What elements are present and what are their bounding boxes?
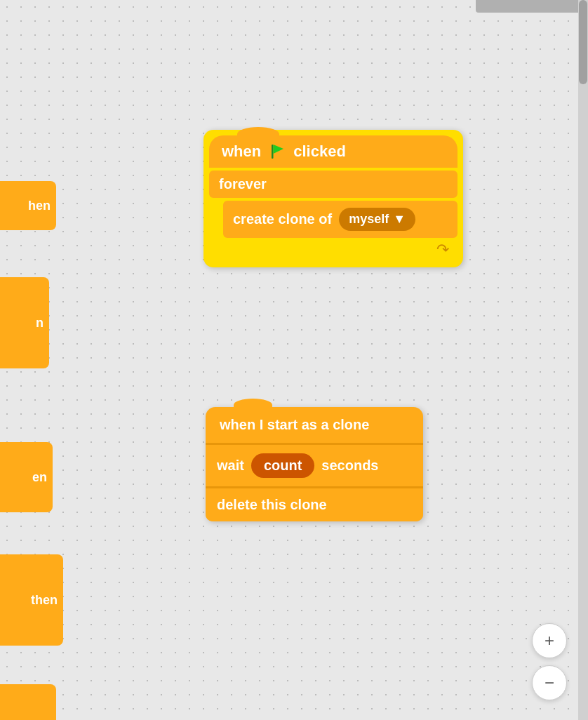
dropdown-arrow-icon: ▼ <box>393 212 406 227</box>
forever-label: forever <box>219 176 267 192</box>
left-partial-block-1: hen <box>0 181 56 230</box>
forever-container: when clicked forever create clone of mys… <box>203 130 463 267</box>
block-group-clone: when I start as a clone wait count secon… <box>206 407 423 521</box>
count-label: count <box>264 458 302 473</box>
clicked-label: clicked <box>293 142 346 161</box>
left-partial-block-2: n <box>0 277 49 368</box>
wait-seconds-block[interactable]: wait count seconds <box>206 443 423 486</box>
zoom-in-icon: + <box>544 631 554 651</box>
left-block-label-1: hen <box>28 199 51 213</box>
svg-rect-0 <box>272 145 274 159</box>
wait-label: wait <box>217 458 244 474</box>
create-clone-block[interactable]: create clone of myself ▼ <box>223 201 457 238</box>
scrollbar-thumb[interactable] <box>579 0 587 84</box>
scrollbar[interactable] <box>578 0 588 720</box>
left-partial-block-5 <box>0 684 56 720</box>
when-clone-block[interactable]: when I start as a clone <box>206 407 423 443</box>
clone-container: when I start as a clone wait count secon… <box>206 407 423 521</box>
myself-dropdown[interactable]: myself ▼ <box>339 208 415 231</box>
left-block-label-3: en <box>32 470 47 485</box>
svg-marker-1 <box>274 145 284 154</box>
count-badge[interactable]: count <box>251 453 314 478</box>
delete-clone-label: delete this clone <box>217 497 327 512</box>
delete-clone-block[interactable]: delete this clone <box>206 486 423 521</box>
refresh-arrow: ↷ <box>209 241 457 259</box>
refresh-symbol: ↷ <box>436 241 449 258</box>
zoom-in-button[interactable]: + <box>532 623 567 658</box>
top-bar <box>476 0 588 13</box>
left-partial-block-3: en <box>0 442 53 512</box>
left-block-label-2: n <box>36 316 44 331</box>
left-partial-block-4: then <box>0 554 63 646</box>
forever-block[interactable]: forever <box>209 171 457 198</box>
myself-label: myself <box>349 212 389 227</box>
when-flag-clicked-block[interactable]: when clicked <box>209 135 457 168</box>
when-clone-label: when I start as a clone <box>220 417 369 432</box>
seconds-label: seconds <box>321 458 378 474</box>
zoom-out-button[interactable]: − <box>532 665 567 700</box>
create-clone-label: create clone of <box>233 211 332 227</box>
zoom-out-icon: − <box>544 673 554 693</box>
when-label: when <box>222 142 261 161</box>
left-block-label-4: then <box>31 593 58 608</box>
block-group-when-flag: when clicked forever create clone of mys… <box>203 130 463 267</box>
flag-icon <box>268 142 286 161</box>
